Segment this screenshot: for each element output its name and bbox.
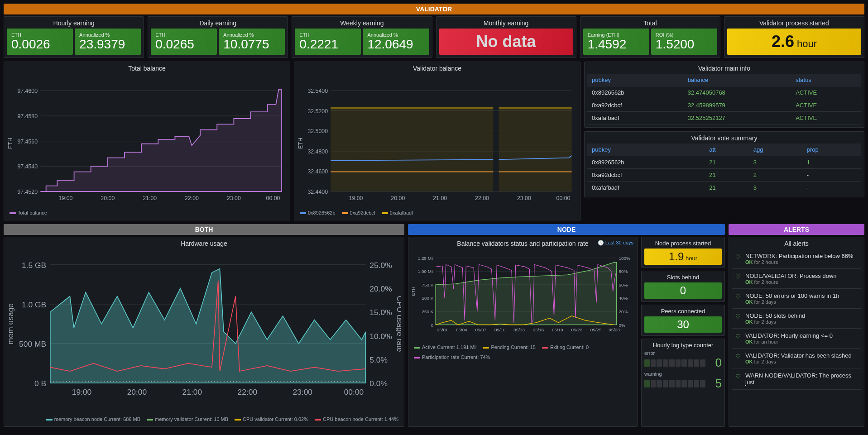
table-row: 0x8926562b32.474050768ACTIVE xyxy=(587,86,861,99)
svg-text:32.4400: 32.4400 xyxy=(307,189,328,195)
alert-item[interactable]: ♡ NODE: 50 slots behind OK for 2 days xyxy=(732,309,861,329)
svg-text:ETH: ETH xyxy=(297,138,304,149)
svg-text:21:00: 21:00 xyxy=(182,387,202,397)
svg-text:1.5 GB: 1.5 GB xyxy=(22,261,46,270)
log-warning-row: warning 5 xyxy=(644,371,722,391)
panel-title: Total xyxy=(583,19,717,27)
panel-total-balance[interactable]: Total balance 97.4520 97.4540 97.4560 97… xyxy=(4,62,290,220)
panel-title: Hardware usage xyxy=(7,240,401,247)
svg-text:19:00: 19:00 xyxy=(72,387,92,397)
legend: Active Current: 1.191 Mil Pending Curren… xyxy=(411,343,634,362)
svg-text:CPU usage rate: CPU usage rate xyxy=(395,296,401,352)
svg-text:mem usage: mem usage xyxy=(7,303,15,344)
alert-title: NODE: 50 errors or 100 warns in 1h xyxy=(745,292,839,299)
svg-text:20.0%: 20.0% xyxy=(369,284,392,293)
svg-text:97.4600: 97.4600 xyxy=(17,88,38,94)
heart-icon: ♡ xyxy=(735,353,741,360)
th-balance[interactable]: balance xyxy=(683,74,791,86)
svg-text:32.5400: 32.5400 xyxy=(307,88,328,94)
th-agg[interactable]: agg xyxy=(749,143,802,156)
log-error-row: error 0 xyxy=(644,350,722,370)
stat-daily-eth: ETH 0.0265 xyxy=(151,29,217,55)
panel-log-counter[interactable]: Hourly log type counter error 0 warning … xyxy=(641,339,725,427)
alert-status: OK for 2 days xyxy=(745,319,805,325)
th-pubkey[interactable]: pubkey xyxy=(587,74,683,86)
svg-text:05/04: 05/04 xyxy=(456,328,467,333)
svg-text:00:00: 00:00 xyxy=(266,195,280,201)
panel-title: Validator main info xyxy=(587,65,861,72)
stat-peers-connected: 30 xyxy=(644,316,722,333)
alert-title: NODE/VALIDATOR: Process down xyxy=(745,272,837,279)
legend: 0x8926562b 0xa92dcbcf 0xafafbadf xyxy=(297,208,577,217)
panel-main-info[interactable]: Validator main info pubkey balance statu… xyxy=(584,62,864,128)
stat-monthly-nodata: No data xyxy=(439,29,573,55)
svg-text:750 K: 750 K xyxy=(422,282,434,287)
svg-text:97.4520: 97.4520 xyxy=(17,189,38,195)
alert-title: VALIDATOR: Validator has been slashed xyxy=(745,352,852,359)
svg-rect-36 xyxy=(331,108,493,191)
svg-text:05/28: 05/28 xyxy=(609,328,620,333)
panel-validator-balance[interactable]: Validator balance 32.4400 32.4600 32.480… xyxy=(294,62,580,220)
alert-list: ♡ NETWORK: Participation rate below 66% … xyxy=(732,249,861,390)
panel-title: Total balance xyxy=(7,65,287,72)
panel-title: Monthly earning xyxy=(439,19,573,27)
panel-title: Hourly earning xyxy=(7,19,141,27)
svg-text:05/13: 05/13 xyxy=(513,328,525,333)
time-range-label[interactable]: 🕓 Last 30 days xyxy=(598,240,633,246)
alert-item[interactable]: ♡ VALIDATOR: Validator has been slashed … xyxy=(732,349,861,368)
svg-text:00:00: 00:00 xyxy=(556,195,571,201)
th-prop[interactable]: prop xyxy=(802,143,861,156)
panel-vote-summary[interactable]: Validator vote summary pubkey att agg pr… xyxy=(584,131,864,197)
svg-text:0 B: 0 B xyxy=(34,379,46,388)
svg-text:1.00 Mil: 1.00 Mil xyxy=(418,269,433,274)
section-node-header: NODE xyxy=(408,224,725,235)
svg-text:80%: 80% xyxy=(619,269,628,274)
panel-title: Validator vote summary xyxy=(587,134,861,142)
alert-item[interactable]: ♡ WARN NODE/VALIDATOR: The process just xyxy=(732,368,861,390)
panel-balance-status[interactable]: Balance validators status and participat… xyxy=(408,237,638,427)
svg-text:0.0%: 0.0% xyxy=(369,379,388,388)
panel-hardware-usage[interactable]: Hardware usage 0 B 500 MB 1.0 GB 1.5 GB … xyxy=(4,237,404,427)
panel-peers-connected[interactable]: Peers connected 30 xyxy=(641,305,725,336)
svg-text:22:00: 22:00 xyxy=(238,387,258,397)
panel-validator-process[interactable]: Validator process started 2.6 hour xyxy=(724,16,864,58)
alert-status: OK for 2 hours xyxy=(745,279,837,285)
svg-text:97.4580: 97.4580 xyxy=(17,113,38,120)
svg-text:00:00: 00:00 xyxy=(344,387,364,397)
th-pubkey[interactable]: pubkey xyxy=(587,143,705,156)
panel-monthly-earning[interactable]: Monthly earning No data xyxy=(436,16,576,58)
panel-total[interactable]: Total Earning (ETH) 1.4592 ROI (%) 1.520… xyxy=(580,16,720,58)
chart-hardware: 0 B 500 MB 1.0 GB 1.5 GB 0.0% 5.0% 10.0%… xyxy=(7,249,401,415)
stat-node-process: 1.9 hour xyxy=(644,249,722,265)
alert-item[interactable]: ♡ VALIDATOR: Hourly earning <= 0 OK for … xyxy=(732,329,861,349)
panel-daily-earning[interactable]: Daily earning ETH 0.0265 Annualized % 10… xyxy=(148,16,288,58)
alert-item[interactable]: ♡ NODE: 50 errors or 100 warns in 1h OK … xyxy=(732,289,861,309)
th-att[interactable]: att xyxy=(705,143,749,156)
panel-node-process[interactable]: Node process started 1.9 hour xyxy=(641,237,725,268)
panel-hourly-earning[interactable]: Hourly earning ETH 0.0026 Annualized % 2… xyxy=(4,16,144,58)
stat-weekly-ann: Annualized % 12.0649 xyxy=(363,29,429,55)
heart-icon: ♡ xyxy=(735,333,741,340)
panel-title: Validator balance xyxy=(297,65,577,72)
alert-item[interactable]: ♡ NETWORK: Participation rate below 66% … xyxy=(732,249,861,269)
table-main-info: pubkey balance status 0x8926562b32.47405… xyxy=(587,74,861,124)
panel-weekly-earning[interactable]: Weekly earning ETH 0.2221 Annualized % 1… xyxy=(292,16,432,58)
svg-text:100%: 100% xyxy=(619,256,630,261)
svg-text:05/19: 05/19 xyxy=(552,328,563,333)
alert-item[interactable]: ♡ NODE/VALIDATOR: Process down OK for 2 … xyxy=(732,269,861,289)
svg-text:32.5000: 32.5000 xyxy=(307,128,328,134)
svg-text:97.4540: 97.4540 xyxy=(17,163,38,170)
panel-slots-behind[interactable]: Slots behind 0 xyxy=(641,271,725,302)
section-validator-header: VALIDATOR xyxy=(4,4,864,14)
panel-alerts[interactable]: All alerts ♡ NETWORK: Participation rate… xyxy=(729,237,864,427)
svg-text:22:00: 22:00 xyxy=(475,195,489,201)
svg-text:19:00: 19:00 xyxy=(349,195,363,201)
alert-status: OK for 2 days xyxy=(745,299,839,305)
svg-text:05/01: 05/01 xyxy=(437,328,448,333)
th-status[interactable]: status xyxy=(791,74,861,86)
clock-icon: 🕓 xyxy=(598,240,604,245)
svg-text:20%: 20% xyxy=(619,309,628,314)
svg-rect-37 xyxy=(499,108,572,191)
table-row: 0x8926562b2131 xyxy=(587,156,861,169)
table-row: 0xa92dcbcf212- xyxy=(587,169,861,182)
